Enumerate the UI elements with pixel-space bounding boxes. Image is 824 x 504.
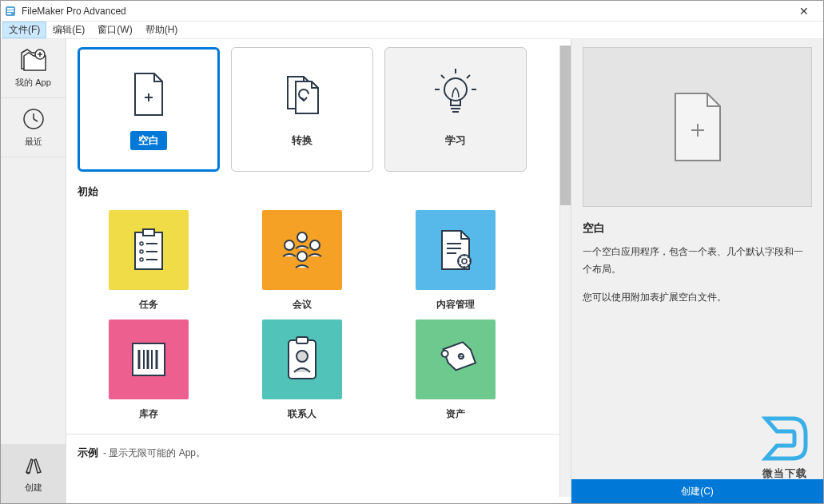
svg-rect-3 [7,13,11,14]
category-blank[interactable]: 空白 [78,47,220,172]
menu-window[interactable]: 窗口(W) [91,22,138,38]
template-row-1: 任务 会议 内容管理 [66,202,571,312]
meetings-icon [262,210,342,290]
brush-pencil-icon [22,453,46,477]
svg-line-18 [467,75,470,78]
create-button[interactable]: 创建(C) [571,479,823,503]
svg-point-29 [310,240,320,250]
category-learn[interactable]: 学习 [384,47,527,172]
menu-help[interactable]: 帮助(H) [139,22,185,38]
preview-thumbnail [583,47,812,207]
right-spacer: 微当下载 [583,318,812,479]
template-tasks[interactable]: 任务 [78,210,220,312]
category-row: 空白 转换 学习 [66,39,571,172]
sidebar-label-recent: 最近 [25,136,42,148]
menu-file[interactable]: 文件(F) [2,22,46,38]
svg-rect-43 [297,337,308,343]
template-meetings[interactable]: 会议 [231,210,373,312]
template-row-2: 库存 联系人 $ 资产 [66,312,571,421]
example-title: 示例 [78,446,98,460]
category-label-convert: 转换 [284,131,320,150]
svg-point-30 [297,252,307,261]
watermark: 微当下载 [753,411,817,481]
template-assets[interactable]: $ 资产 [384,319,527,421]
sidebar-tab-create[interactable]: 创建 [1,444,66,503]
category-label-learn: 学习 [437,131,474,150]
content-icon [416,210,496,290]
contacts-icon [262,319,342,399]
section-initial: 初始 [66,172,571,202]
inventory-icon [109,319,189,399]
svg-rect-20 [143,229,154,236]
template-content[interactable]: 内容管理 [384,210,527,312]
sidebar-tab-recent[interactable]: 最近 [1,98,66,157]
category-label-blank: 空白 [130,131,167,150]
svg-rect-1 [7,8,14,10]
template-inventory[interactable]: 库存 [78,319,220,421]
content-area: 我的 App 最近 创建 空白 [1,39,823,503]
svg-point-28 [285,240,294,250]
titlebar: FileMaker Pro Advanced ✕ [1,1,823,22]
template-label-tasks: 任务 [139,298,158,312]
close-button[interactable]: ✕ [788,1,820,22]
folder-plus-icon [19,48,48,72]
watermark-text: 微当下载 [753,466,817,481]
app-icon [4,5,17,18]
svg-point-44 [297,351,308,362]
menubar: 文件(F) 编辑(E) 窗口(W) 帮助(H) [1,22,823,39]
assets-icon: $ [416,319,496,399]
scrollbar-thumb[interactable] [560,46,571,205]
svg-line-9 [34,119,38,121]
right-panel: 空白 一个空白应用程序，包含一个表、几个默认字段和一个布局。 您可以使用附加表扩… [571,39,823,503]
section-example: 示例 - 显示无限可能的 App。 [66,434,571,466]
template-label-inventory: 库存 [139,407,158,421]
menu-edit[interactable]: 编辑(E) [46,22,91,38]
example-subtitle: - 显示无限可能的 App。 [103,446,205,460]
template-label-content: 内容管理 [436,298,475,312]
template-label-contacts: 联系人 [288,407,316,421]
sidebar-tab-myapp[interactable]: 我的 App [1,39,66,98]
sidebar-label-myapp: 我的 App [15,77,51,89]
blank-page-icon [126,69,171,120]
sidebar-spacer [1,157,66,444]
preview-title: 空白 [583,221,812,236]
main-scroll[interactable]: 空白 转换 学习 初始 [66,39,571,503]
template-label-assets: 资产 [446,407,465,421]
template-label-meetings: 会议 [293,298,312,312]
left-sidebar: 我的 App 最近 创建 [1,39,66,503]
template-contacts[interactable]: 联系人 [231,319,373,421]
svg-line-17 [441,75,444,78]
main-area: 空白 转换 学习 初始 [66,39,571,503]
convert-icon [280,69,324,120]
svg-point-27 [297,232,307,242]
window-title: FileMaker Pro Advanced [22,6,788,17]
sidebar-label-create: 创建 [25,482,42,494]
clock-icon [22,107,46,131]
svg-point-34 [458,255,471,268]
tasks-icon [109,210,189,290]
preview-desc2: 您可以使用附加表扩展空白文件。 [583,289,812,307]
lightbulb-icon [433,69,478,120]
preview-desc1: 一个空白应用程序，包含一个表、几个默认字段和一个布局。 [583,244,812,278]
svg-rect-2 [7,10,14,12]
category-convert[interactable]: 转换 [231,47,373,172]
scrollbar[interactable] [559,46,571,497]
svg-point-12 [444,78,467,101]
